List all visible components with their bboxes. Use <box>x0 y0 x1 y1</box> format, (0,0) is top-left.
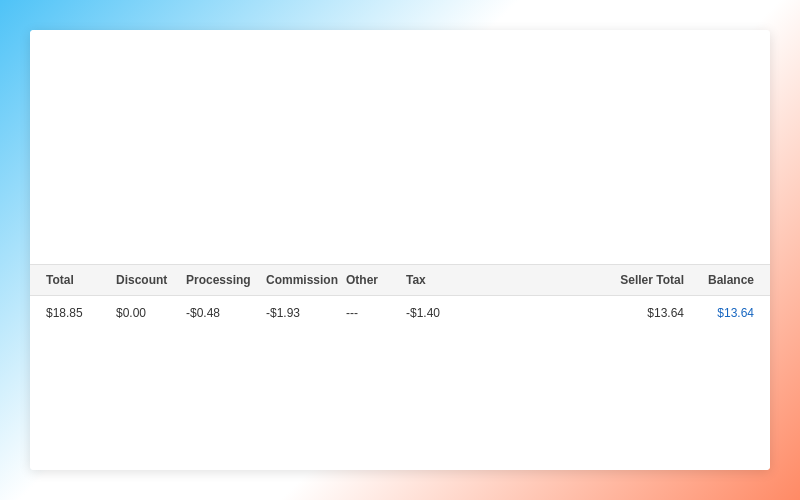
cell-tax: -$1.40 <box>406 306 466 320</box>
header-tax: Tax <box>406 273 466 287</box>
header-other: Other <box>346 273 406 287</box>
cell-total: $18.85 <box>46 306 116 320</box>
cell-balance: $13.64 <box>684 306 754 320</box>
table-section: Total Discount Processing Commission Oth… <box>30 264 770 330</box>
header-commission: Commission <box>266 273 346 287</box>
header-total: Total <box>46 273 116 287</box>
cell-seller-total: $13.64 <box>594 306 684 320</box>
cell-other: --- <box>346 306 406 320</box>
header-balance: Balance <box>684 273 754 287</box>
cell-commission: -$1.93 <box>266 306 346 320</box>
cell-processing: -$0.48 <box>186 306 266 320</box>
table-header-row: Total Discount Processing Commission Oth… <box>30 265 770 296</box>
main-card: Total Discount Processing Commission Oth… <box>30 30 770 470</box>
card-bottom-space <box>30 330 770 470</box>
card-top-space <box>30 30 770 264</box>
header-processing: Processing <box>186 273 266 287</box>
cell-discount: $0.00 <box>116 306 186 320</box>
table-row: $18.85 $0.00 -$0.48 -$1.93 --- -$1.40 $1… <box>30 296 770 330</box>
header-discount: Discount <box>116 273 186 287</box>
header-seller-total: Seller Total <box>594 273 684 287</box>
